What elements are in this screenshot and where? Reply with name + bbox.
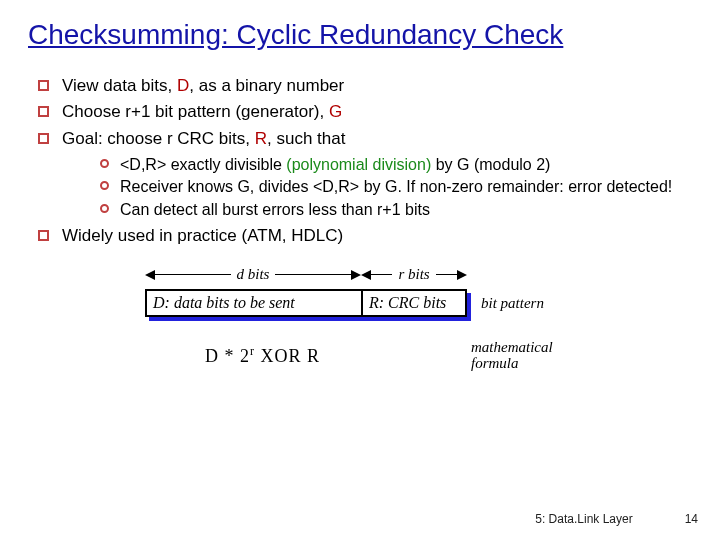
slide: Checksumming: Cyclic Redundancy Check Vi… xyxy=(0,0,720,540)
bullet-item: View data bits, D, as a binary number xyxy=(34,74,692,99)
line xyxy=(155,274,231,275)
text: Goal: choose r CRC bits, xyxy=(62,129,255,148)
text: , as a binary number xyxy=(189,76,344,95)
page-number: 14 xyxy=(656,512,698,526)
text: XOR R xyxy=(255,346,320,366)
bit-pattern-box: D: data bits to be sent R: CRC bits bit … xyxy=(145,289,575,317)
slide-title: Checksumming: Cyclic Redundancy Check xyxy=(28,18,692,52)
var-R: R xyxy=(255,129,267,148)
line xyxy=(436,274,457,275)
r-cell-text: R: CRC bits xyxy=(369,294,446,311)
arrow-right-icon xyxy=(457,270,467,280)
bullet-list: View data bits, D, as a binary number Ch… xyxy=(28,74,692,249)
bit-pattern-label: bit pattern xyxy=(467,295,544,312)
bullet-item: Choose r+1 bit pattern (generator), G xyxy=(34,100,692,125)
text: by G (modulo 2) xyxy=(431,156,550,173)
var-D: D xyxy=(177,76,189,95)
d-cell-text: D: data bits to be sent xyxy=(153,294,295,311)
span-labels-row: d bits r bits xyxy=(145,263,575,287)
arrow-right-icon xyxy=(351,270,361,280)
arrow-left-icon xyxy=(361,270,371,280)
sub-item: Receiver knows G, divides <D,R> by G. If… xyxy=(98,176,692,198)
formula-expr: D * 2r XOR R xyxy=(145,344,457,367)
r-cell: R: CRC bits xyxy=(361,289,467,317)
arrow-left-icon xyxy=(145,270,155,280)
text: Choose r+1 bit pattern (generator), xyxy=(62,102,329,121)
bullet-item: Widely used in practice (ATM, HDLC) xyxy=(34,224,692,249)
line xyxy=(275,274,351,275)
text: bit pattern xyxy=(481,295,544,311)
var-G: G xyxy=(329,102,342,121)
line xyxy=(371,274,392,275)
text: mathematical formula xyxy=(471,339,553,372)
math-formula-label: mathematical formula xyxy=(457,339,575,372)
sub-list: <D,R> exactly divisible (polynomial divi… xyxy=(62,154,692,221)
aside: (polynomial division) xyxy=(286,156,431,173)
text: , such that xyxy=(267,129,345,148)
r-span: r bits xyxy=(361,263,467,287)
text: D * 2 xyxy=(205,346,250,366)
footer-section: 5: Data.Link Layer xyxy=(535,512,632,526)
d-span: d bits xyxy=(145,263,361,287)
formula-row: D * 2r XOR R mathematical formula xyxy=(145,339,575,372)
text: <D,R> exactly divisible xyxy=(120,156,286,173)
d-bits-label: d bits xyxy=(231,266,276,283)
sub-item: Can detect all burst errors less than r+… xyxy=(98,199,692,221)
diagram: d bits r bits D: data bits to be sent R:… xyxy=(145,263,575,372)
d-cell: D: data bits to be sent xyxy=(145,289,361,317)
footer: 5: Data.Link Layer 14 xyxy=(535,512,698,526)
text: View data bits, xyxy=(62,76,177,95)
sub-item: <D,R> exactly divisible (polynomial divi… xyxy=(98,154,692,176)
r-bits-label: r bits xyxy=(392,266,435,283)
bullet-item: Goal: choose r CRC bits, R, such that <D… xyxy=(34,127,692,220)
